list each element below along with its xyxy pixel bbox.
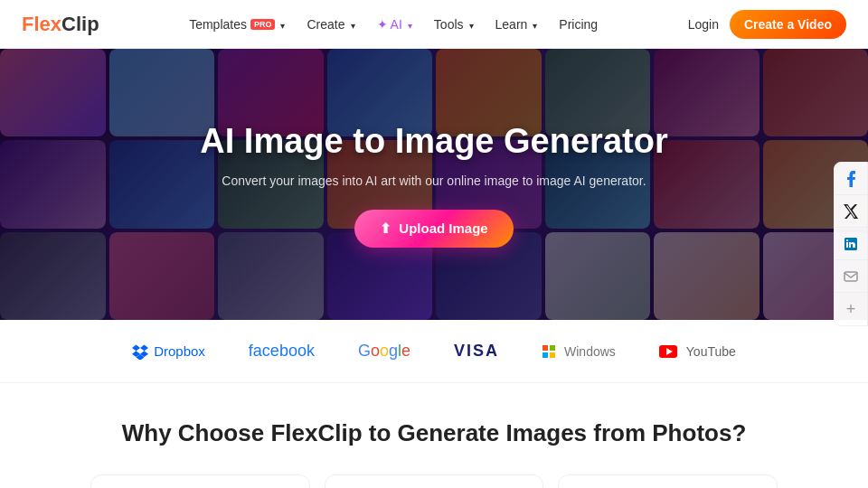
brand-dropbox: Dropbox: [132, 343, 205, 360]
brand-visa: VISA: [454, 342, 499, 361]
feature-keep-updated: Keep Updated Our image-to-image generato…: [90, 474, 310, 488]
windows-icon: [542, 345, 555, 358]
nav-templates[interactable]: Templates PRO: [189, 17, 285, 32]
pro-badge: PRO: [250, 19, 276, 30]
upload-image-button[interactable]: ⬆ Upload Image: [354, 210, 513, 248]
share-twitter-button[interactable]: [835, 195, 867, 228]
upload-icon: ⬆: [380, 221, 392, 237]
brand-google: Google: [358, 342, 410, 361]
chevron-icon: [531, 17, 537, 32]
hero-content: AI Image to Image Generator Convert your…: [182, 121, 685, 248]
dropbox-icon: [132, 343, 148, 360]
login-button[interactable]: Login: [688, 17, 719, 32]
social-sidebar: +: [834, 162, 868, 326]
brand-facebook: facebook: [249, 342, 315, 361]
facebook-label: facebook: [249, 342, 315, 361]
features-grid: Keep Updated Our image-to-image generato…: [90, 474, 778, 488]
share-facebook-button[interactable]: [835, 163, 867, 195]
navbar: FlexClip Templates PRO Create ✦ AI Tools…: [0, 0, 868, 49]
nav-learn[interactable]: Learn: [495, 17, 538, 32]
chevron-icon: [349, 17, 355, 32]
nav-ai[interactable]: ✦ AI: [377, 17, 412, 32]
hero-title: AI Image to Image Generator: [200, 121, 667, 163]
create-video-button[interactable]: Create a Video: [730, 10, 846, 39]
windows-label: Windows: [564, 344, 616, 359]
chevron-icon: [278, 17, 285, 32]
why-title: Why Choose FlexClip to Generate Images f…: [18, 419, 850, 447]
share-linkedin-button[interactable]: [835, 228, 867, 260]
share-more-button[interactable]: +: [835, 293, 867, 325]
brands-bar: Dropbox facebook Google VISA Windows You…: [0, 320, 868, 383]
youtube-label: YouTube: [686, 344, 736, 359]
nav-links: Templates PRO Create ✦ AI Tools Learn Pr…: [189, 17, 598, 32]
nav-tools[interactable]: Tools: [434, 17, 474, 32]
dropbox-label: Dropbox: [154, 343, 205, 359]
feature-high-quality: High-Quality Results The advanced AI mod…: [325, 474, 544, 488]
logo[interactable]: FlexClip: [22, 13, 99, 36]
nav-create[interactable]: Create: [307, 17, 354, 32]
brand-windows: Windows: [542, 344, 616, 359]
google-label: Google: [358, 342, 410, 361]
visa-label: VISA: [454, 342, 499, 361]
upload-label: Upload Image: [399, 221, 487, 236]
nav-pricing[interactable]: Pricing: [559, 17, 598, 32]
svg-rect-14: [844, 272, 857, 281]
share-email-button[interactable]: [835, 260, 867, 293]
plus-icon: +: [846, 300, 856, 319]
hero-section: AI Image to Image Generator Convert your…: [0, 49, 868, 320]
youtube-icon: [659, 345, 677, 358]
chevron-icon: [467, 17, 474, 32]
nav-actions: Login Create a Video: [688, 10, 846, 39]
why-section: Why Choose FlexClip to Generate Images f…: [0, 383, 868, 488]
hero-subtitle: Convert your images into AI art with our…: [200, 174, 667, 188]
feature-rich-ai: AI Rich AI Features We provide many AI t…: [558, 474, 778, 488]
chevron-icon: [406, 17, 412, 32]
brand-youtube: YouTube: [659, 344, 736, 359]
